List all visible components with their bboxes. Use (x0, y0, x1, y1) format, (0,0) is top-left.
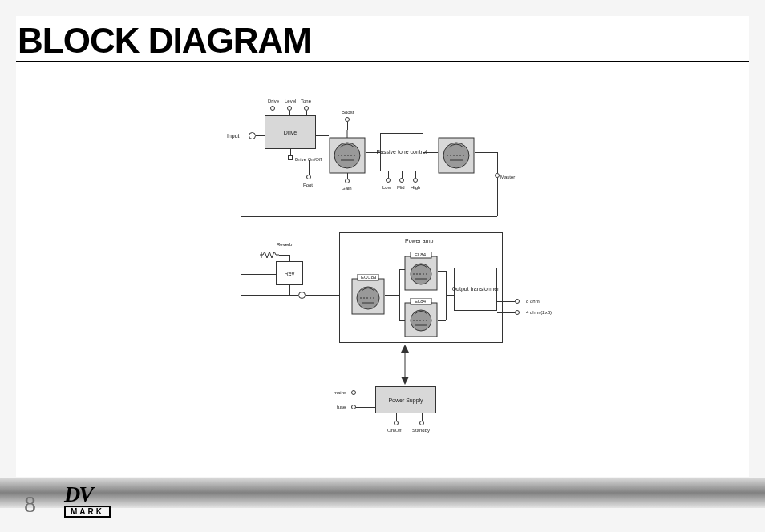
jack-4ohm (515, 310, 520, 315)
label-el84-top: EL84 (415, 252, 426, 257)
summing-node (298, 292, 306, 299)
block-passive-tone: Passive tone control (380, 133, 423, 171)
label-high: High (411, 185, 420, 190)
tube-ecc83 (351, 274, 385, 316)
wire (256, 135, 265, 136)
label-master: Master (500, 175, 515, 179)
svg-marker-29 (401, 377, 409, 385)
arrow-double-icon (393, 345, 417, 385)
label-onoff: On/Off (387, 428, 402, 433)
svg-marker-28 (401, 345, 409, 353)
footer-band (0, 478, 765, 508)
knob-high (413, 178, 418, 183)
label-mid: Mid (397, 185, 405, 190)
jack-8ohm (515, 299, 520, 304)
label-power-supply: Power Supply (388, 397, 423, 403)
block-drive-label: Drive (284, 130, 297, 135)
spring-icon (260, 250, 279, 260)
block-passive-tone-label: Passive tone control (376, 149, 427, 155)
label-8ohm: 8 ohm (526, 299, 540, 304)
label-mains: mains (334, 390, 346, 395)
label-fuse: fuse (337, 405, 346, 409)
label-el84-bottom: EL84 (415, 299, 426, 304)
logo-top: DV (64, 486, 111, 503)
logo-bottom: MARK (64, 506, 111, 518)
label-output-transformer: Output transformer (452, 286, 500, 292)
page-number: 8 (24, 490, 36, 518)
tube-el84-top (404, 252, 438, 292)
block-rev: Rev (276, 261, 303, 285)
label-reverb: Reverb (277, 242, 292, 247)
label-drive-knob: Drive (268, 99, 279, 103)
page-title: BLOCK DIAGRAM (16, 16, 749, 62)
label-ecc83: ECC83 (361, 275, 376, 280)
block-power-supply: Power Supply (375, 386, 436, 413)
label-boost: Boost (342, 110, 354, 115)
knob-foot (306, 175, 311, 179)
knob-gain (345, 179, 350, 183)
switch-drive-onoff (288, 155, 293, 160)
knob-standby (419, 421, 424, 425)
logo: DV MARK (64, 486, 111, 518)
block-drive: Drive (265, 115, 316, 149)
jack-input (249, 132, 256, 139)
knob-mid (399, 178, 404, 183)
block-output-transformer: Output transformer (454, 268, 497, 311)
label-power-amp: Power amp (405, 238, 433, 244)
tube-el84-bottom (404, 298, 438, 338)
label-low: Low (382, 185, 391, 190)
label-foot: Foot (303, 183, 313, 187)
label-input: Input (227, 133, 240, 139)
knob-fuse (351, 405, 356, 409)
label-level-knob: Level (285, 99, 296, 103)
label-gain: Gain (342, 186, 352, 191)
label-standby: Standby (412, 428, 430, 433)
knob-onoff (394, 421, 399, 425)
knob-low (386, 178, 391, 183)
label-tone-knob: Tone (301, 99, 311, 103)
block-diagram: Input Drive Level Tone Drive Drive On/Of… (225, 96, 738, 449)
label-4ohm: 4 ohm (2x8) (526, 310, 552, 315)
knob-mains (351, 390, 356, 395)
block-rev-label: Rev (285, 271, 294, 276)
tube-preamp-1 (329, 130, 366, 175)
tube-preamp-2 (438, 130, 475, 175)
